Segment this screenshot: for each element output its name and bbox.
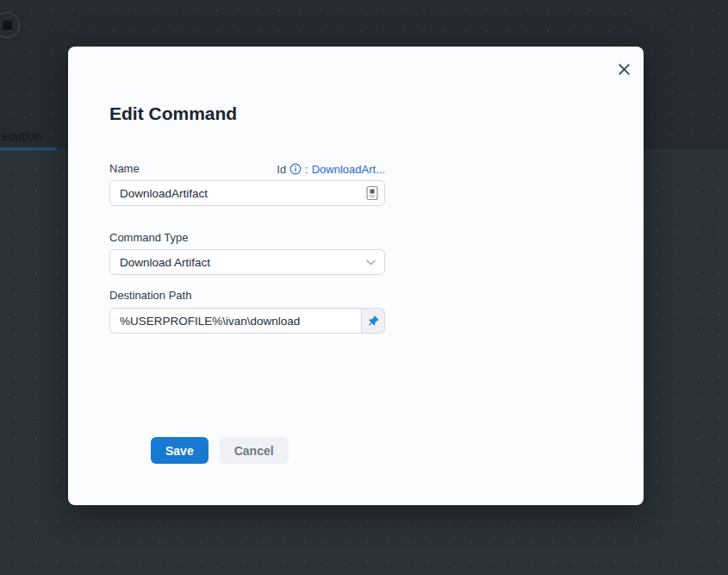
command-type-value: Download Artifact [120,256,210,269]
stop-square-icon [3,21,12,30]
id-separator: : [305,163,308,176]
close-button[interactable] [614,59,633,78]
destination-path-label: Destination Path [109,289,385,303]
edit-command-dialog: Edit Command Name Id : DownloadArt... [68,47,644,505]
dialog-title: Edit Command [109,102,644,126]
chevron-down-icon [366,259,376,266]
name-input[interactable] [109,180,385,206]
info-icon[interactable] [289,163,302,175]
command-type-label: Command Type [109,231,385,245]
pin-icon [367,315,380,328]
close-icon [618,63,631,76]
edit-command-form: Name Id : DownloadArt... [109,162,385,464]
pin-variable-button[interactable] [361,308,385,334]
tab-active-underline [0,147,57,150]
command-type-select[interactable]: Download Artifact [109,249,385,275]
save-button[interactable]: Save [151,437,208,464]
cancel-button[interactable]: Cancel [220,437,289,464]
contact-card-icon [366,185,378,201]
tab-execution[interactable]: ecution [2,129,42,143]
id-label: Id [277,163,286,176]
name-label: Name [109,162,140,176]
destination-path-input[interactable] [109,308,361,334]
id-value-link[interactable]: DownloadArt... [312,163,385,176]
